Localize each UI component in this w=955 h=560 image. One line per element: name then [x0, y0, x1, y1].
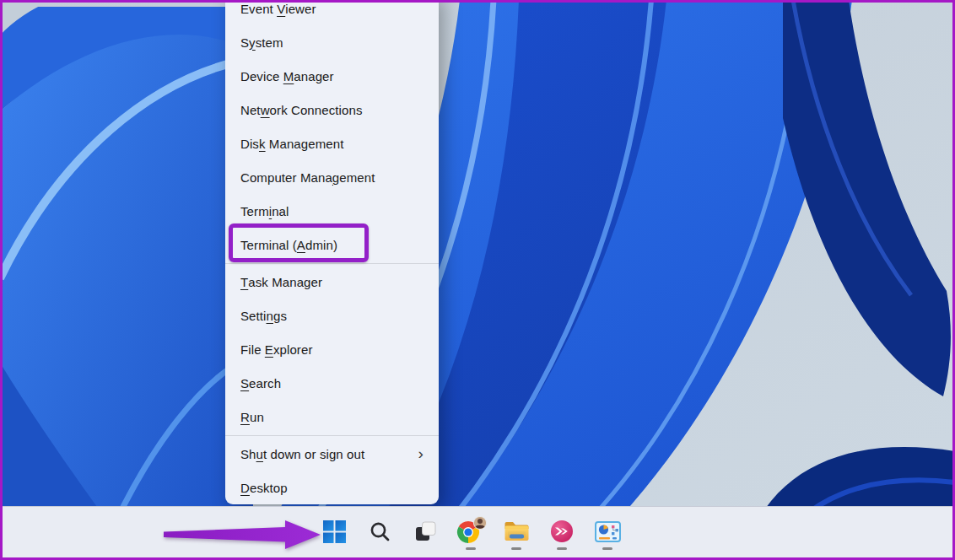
chrome-icon — [455, 516, 487, 547]
menu-item-terminal[interactable]: Terminal — [225, 194, 439, 228]
menu-separator — [225, 263, 439, 264]
running-indicator — [602, 547, 612, 550]
file-explorer-taskbar-button[interactable] — [499, 509, 533, 553]
task-view-button[interactable] — [408, 509, 442, 553]
windows-logo-icon — [323, 520, 346, 543]
annotation-highlight-box — [229, 223, 369, 262]
pink-capture-app-icon — [549, 519, 575, 544]
desktop: Event Viewer System Device Manager Netwo… — [0, 0, 955, 560]
pink-capture-app-button[interactable] — [545, 509, 579, 553]
task-view-icon — [415, 521, 436, 542]
menu-item-disk-management[interactable]: Disk Management — [225, 127, 439, 160]
running-indicator — [466, 547, 476, 550]
menu-item-search[interactable]: Search — [225, 366, 439, 400]
menu-item-system[interactable]: System — [225, 25, 439, 59]
annotation-arrow — [159, 516, 323, 553]
taskbar-search-button[interactable] — [363, 509, 397, 553]
menu-item-desktop[interactable]: Desktop — [225, 471, 439, 504]
menu-item-file-explorer[interactable]: File Explorer — [225, 332, 439, 366]
menu-item-task-manager[interactable]: Task Manager — [225, 265, 439, 299]
menu-item-event-viewer[interactable]: Event Viewer — [225, 0, 439, 25]
blue-stats-app-button[interactable] — [591, 509, 624, 553]
desktop-wallpaper-bloom — [0, 0, 955, 557]
chrome-taskbar-button[interactable] — [454, 509, 488, 553]
profile-avatar — [473, 516, 486, 529]
menu-separator — [225, 435, 439, 436]
taskbar-icons — [317, 509, 624, 553]
blue-stats-app-icon — [595, 521, 621, 542]
running-indicator — [557, 547, 567, 550]
menu-item-device-manager[interactable]: Device Manager — [225, 59, 439, 93]
menu-item-settings[interactable]: Settings — [225, 299, 439, 332]
menu-item-computer-management[interactable]: Computer Management — [225, 160, 439, 194]
submenu-chevron-icon: › — [418, 445, 424, 461]
menu-item-run[interactable]: Run — [225, 400, 439, 433]
running-indicator — [511, 547, 521, 550]
menu-item-network-connections[interactable]: Network Connections — [225, 93, 439, 127]
taskbar — [0, 506, 955, 557]
menu-item-shut-down-or-sign-out[interactable]: Shut down or sign out› — [225, 437, 439, 471]
search-icon — [370, 521, 391, 542]
file-explorer-icon — [504, 520, 530, 542]
